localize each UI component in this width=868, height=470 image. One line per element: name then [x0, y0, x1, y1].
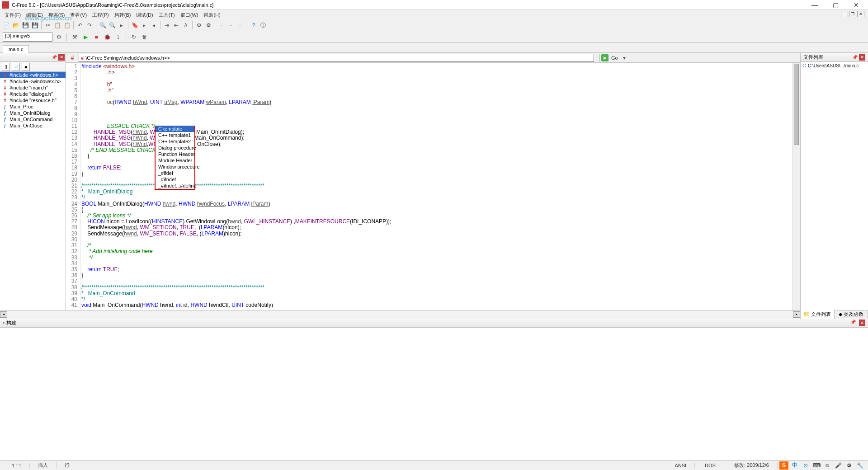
path-extra-icon[interactable]: ▾ [620, 53, 629, 62]
cut-icon[interactable]: ✂ [43, 21, 52, 30]
new-file-icon[interactable]: 📄 [2, 21, 11, 30]
autocomplete-item[interactable]: Window procedure [156, 164, 194, 170]
autocomplete-item[interactable]: _#ifndef...#define [156, 183, 194, 189]
autocomplete-item[interactable]: C++ template1 [156, 132, 194, 138]
tree-item[interactable]: ##include "resource.h" [0, 97, 66, 103]
go-label[interactable]: Go [611, 55, 618, 61]
ime-icon[interactable]: S [779, 461, 788, 470]
mdi-restore[interactable]: ❐ [849, 11, 856, 17]
menu-item[interactable]: 调试(D) [133, 11, 156, 19]
outdent-icon[interactable]: ⇤ [172, 21, 181, 30]
mdi-minimize[interactable]: _ [841, 11, 848, 17]
paste-icon[interactable]: 📋 [62, 21, 71, 30]
menu-item[interactable]: 工程(P) [90, 11, 112, 19]
path-hash-icon[interactable]: # [68, 53, 77, 62]
tree-item[interactable]: ƒMain_OnInitDialog [0, 110, 66, 116]
undo-icon[interactable]: ↶ [75, 21, 85, 30]
tree-item[interactable]: ##include "dialogs.h" [0, 91, 66, 97]
rebuild-icon[interactable]: ↻ [129, 33, 138, 42]
find-next-icon[interactable]: ▸ [117, 21, 126, 30]
save-all-icon[interactable]: 💾 [30, 21, 39, 30]
help-icon[interactable]: ? [249, 21, 258, 30]
tab-class-icon[interactable]: ◆ [22, 63, 30, 71]
autocomplete-item[interactable]: Dialog procedure [156, 145, 194, 151]
panel-close-icon[interactable]: ✕ [58, 54, 65, 61]
autocomplete-item[interactable]: Function Header [156, 151, 194, 157]
bookmark-prev-icon[interactable]: ◂ [149, 21, 158, 30]
menu-item[interactable]: 工具(T) [156, 11, 178, 19]
maximize-button[interactable]: ▢ [826, 0, 845, 9]
comment-icon[interactable]: // [181, 21, 190, 30]
file-list-body[interactable]: C C:\Users\ASUS\...\main.c [801, 62, 868, 310]
pin-icon[interactable]: 📌 [850, 320, 856, 326]
scroll-left-icon[interactable]: ◂ [0, 311, 7, 318]
tool-tray-icon[interactable]: 🔧 [855, 461, 864, 470]
bookmark-next-icon[interactable]: ▸ [140, 21, 149, 30]
misc2-icon[interactable]: ▫ [226, 21, 236, 30]
close-button[interactable]: ✕ [846, 0, 866, 9]
autocomplete-popup[interactable]: C templateC++ template1C++ template2Dial… [155, 126, 195, 190]
path-combo[interactable]: #\C-Free 5\mingw\include\windows.h>> [79, 54, 594, 62]
minimize-button[interactable]: — [805, 0, 825, 9]
autocomplete-item[interactable]: C++ template2 [156, 138, 194, 145]
path-dropdown-icon[interactable] [596, 54, 599, 61]
menu-item[interactable]: 查看(V) [67, 11, 90, 19]
debug-icon[interactable]: 🐞 [103, 33, 112, 42]
misc3-icon[interactable]: ▫ [236, 21, 245, 30]
compiler-config-icon[interactable]: ⚙ [54, 33, 63, 42]
run-icon[interactable]: ▶ [81, 33, 90, 42]
menu-item[interactable]: 编辑(E) [24, 11, 46, 19]
autocomplete-item[interactable]: C template [156, 126, 194, 132]
pin-icon[interactable]: 📌 [52, 55, 57, 60]
mdi-close[interactable]: ✕ [857, 11, 864, 17]
keyboard-icon[interactable]: ⌨ [812, 461, 821, 470]
panel-close-icon[interactable]: ✕ [859, 54, 865, 61]
scroll-right-icon[interactable]: ▸ [793, 311, 800, 318]
ime3-icon[interactable]: ⊙ [801, 461, 810, 470]
copy-icon[interactable]: 📋 [53, 21, 62, 30]
replace-icon[interactable]: 🔍 [108, 21, 117, 30]
file-tab-main[interactable]: main.c [3, 45, 29, 53]
tree-item[interactable]: ƒMain_Proc [0, 103, 66, 110]
autocomplete-item[interactable]: _#ifndef [156, 176, 194, 183]
tree-item[interactable]: ƒMain_OnClose [0, 122, 66, 129]
tab-class-func[interactable]: ◆类及函数 [835, 310, 868, 319]
tree-item[interactable]: ƒMain_OnCommand [0, 116, 66, 122]
misc1-icon[interactable]: ▫ [217, 21, 226, 30]
code-editor[interactable]: 1234567891011121314151617181920212223242… [66, 63, 800, 310]
tool2-icon[interactable]: ⚙ [204, 21, 213, 30]
find-icon[interactable]: 🔍 [98, 21, 107, 30]
stop-icon[interactable]: ■ [92, 33, 101, 42]
menu-item[interactable]: 搜索(S) [46, 11, 68, 19]
tab-file-list[interactable]: 📁文件列表 [801, 310, 835, 319]
horizontal-scrollbar[interactable]: ◂ ▸ 📁文件列表 ◆类及函数 [0, 310, 868, 318]
tab-symbols-icon[interactable]: {} [2, 63, 10, 71]
step-icon[interactable]: ⤵ [113, 33, 123, 42]
bookmark-icon[interactable]: 🔖 [130, 21, 139, 30]
tree-item[interactable]: ##include "main.h" [0, 85, 66, 91]
panel-close-icon[interactable]: ✕ [859, 320, 865, 326]
mic-icon[interactable]: 🎤 [834, 461, 843, 470]
about-icon[interactable]: ⓘ [259, 21, 268, 30]
clean-icon[interactable]: 🗑 [140, 33, 149, 42]
save-icon[interactable]: 💾 [21, 21, 30, 30]
menu-item[interactable]: 窗口(W) [178, 11, 201, 19]
build-output[interactable] [0, 327, 868, 368]
open-file-icon[interactable]: 📂 [11, 21, 20, 30]
redo-icon[interactable]: ↷ [85, 21, 94, 30]
pin-icon[interactable]: 📌 [852, 55, 858, 60]
file-list-item[interactable]: C C:\Users\ASUS\...\main.c [802, 63, 866, 68]
menu-item[interactable]: 构建(B) [112, 11, 134, 19]
tab-files-icon[interactable]: 📄 [12, 63, 20, 71]
indent-icon[interactable]: ⇥ [162, 21, 171, 30]
ime2-icon[interactable]: 中 [790, 461, 799, 470]
tree-item[interactable]: ##include <windowsx.h> [0, 78, 66, 85]
symbol-tree[interactable]: ##include <windows.h>##include <windowsx… [0, 72, 66, 310]
autocomplete-item[interactable]: _#ifdef [156, 170, 194, 176]
gear-icon[interactable]: ⚙ [844, 461, 854, 470]
menu-item[interactable]: 文件(F) [2, 11, 24, 19]
go-button-icon[interactable]: ▶ [601, 54, 609, 61]
autocomplete-item[interactable]: Module Header [156, 157, 194, 164]
tool-icon[interactable]: ⚙ [194, 21, 203, 30]
smile-icon[interactable]: ☺ [823, 461, 832, 470]
